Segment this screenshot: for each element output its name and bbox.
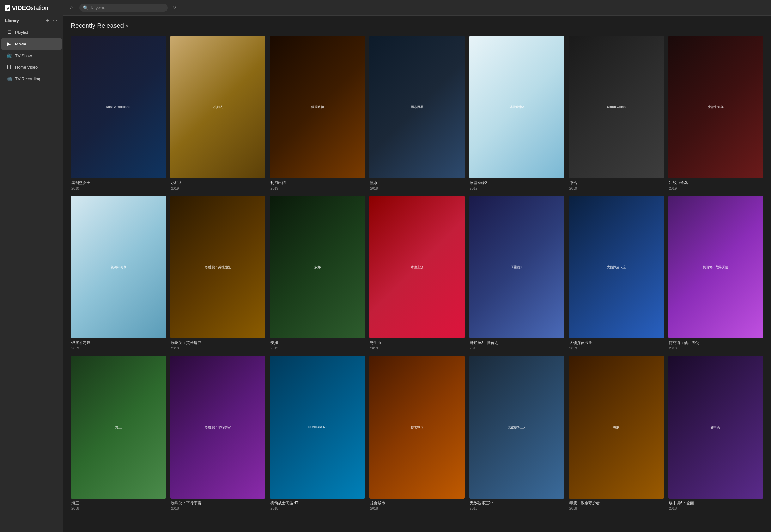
movie-card[interactable]: 大侦探皮卡丘 大侦探皮卡丘 2019 (569, 196, 664, 351)
poster-text: 寄生上流 (411, 265, 423, 269)
movie-card[interactable]: GUNDAM NT 机动战士高达NT 2018 (270, 356, 365, 511)
movie-year: 2019 (669, 346, 763, 350)
sidebar-item-label: TV Recording (15, 76, 40, 81)
movie-card[interactable]: 冰雪奇缘2 冰雪奇缘2 2019 (469, 36, 564, 191)
poster-text: 安娜 (314, 265, 321, 269)
movie-card[interactable]: 鎩迴路轉 利刃出鞘 2019 (270, 36, 365, 191)
tvrecording-icon: 📹 (6, 76, 12, 82)
app-name: VIDEOstation (12, 4, 48, 12)
poster-text: 大侦探皮卡丘 (607, 265, 626, 269)
sidebar-item-movie[interactable]: ▶ Movie (1, 38, 62, 50)
movie-title: 美利坚女士 (71, 180, 165, 186)
movie-poster: 毒液 (569, 356, 664, 499)
library-actions: + ··· (46, 17, 58, 24)
movie-poster: 寄生上流 (369, 196, 464, 339)
poster-text: 碟中谍6 (710, 425, 722, 429)
movie-card[interactable]: 决战中途岛 决战中途岛 2019 (668, 36, 763, 191)
poster-text: 冰雪奇缘2 (509, 105, 524, 109)
sidebar-item-label: TV Show (15, 53, 32, 58)
movie-year: 2019 (370, 186, 464, 190)
movie-title: 冰雪奇缘2 (470, 180, 564, 186)
movie-poster: 掠食城市 (369, 356, 464, 499)
sidebar-item-label: Movie (15, 42, 26, 46)
movie-info: 毒液：致命守护者 2018 (569, 499, 664, 511)
sidebar-item-label: Playlist (15, 30, 28, 35)
poster-text: 银河补习班 (111, 265, 126, 269)
content-area: Recently Released ∨ Miss Americana 美利坚女士… (63, 16, 771, 532)
movie-title: 碟中谍6：全面... (669, 500, 763, 506)
movie-title: 掠食城市 (370, 500, 464, 506)
movie-year: 2019 (171, 186, 265, 190)
movie-card[interactable]: 阿丽塔：战斗天使 阿丽塔：战斗天使 2019 (668, 196, 763, 351)
topbar: ⌂ 🔍 ⊽ (63, 0, 771, 16)
movie-card[interactable]: 银河补习班 银河补习班 2019 (71, 196, 166, 351)
movie-title: 黑水 (370, 180, 464, 186)
movie-title: 阿丽塔：战斗天使 (669, 340, 763, 346)
movie-poster: 银河补习班 (71, 196, 166, 339)
movie-card[interactable]: 毒液 毒液：致命守护者 2018 (569, 356, 664, 511)
movie-card[interactable]: 哥斯拉2 哥斯拉2：怪兽之... 2019 (469, 196, 564, 351)
movie-card[interactable]: Uncut Gems 原钻 2019 (569, 36, 664, 191)
movie-card[interactable]: 寄生上流 寄生虫 2019 (369, 196, 464, 351)
movie-card[interactable]: 蜘蛛侠：平行宇宙 蜘蛛侠：平行宇宙 2018 (170, 356, 265, 511)
movie-poster: 黑水风暴 (369, 36, 464, 178)
movie-year: 2019 (171, 346, 265, 350)
movie-card[interactable]: 掠食城市 掠食城市 2018 (369, 356, 464, 511)
movie-card[interactable]: 安娜 安娜 2019 (270, 196, 365, 351)
movie-info: 冰雪奇缘2 2019 (469, 178, 564, 191)
more-library-button[interactable]: ··· (52, 17, 58, 24)
movie-year: 2018 (171, 506, 265, 510)
movie-year: 2019 (71, 346, 165, 350)
section-title: Recently Released (71, 22, 124, 29)
movie-title: 蜘蛛侠：英雄远征 (171, 340, 265, 346)
movie-info: 机动战士高达NT 2018 (270, 499, 365, 511)
section-dropdown[interactable]: ∨ (126, 24, 129, 28)
poster-text: 哥斯拉2 (511, 265, 522, 269)
movie-poster: 安娜 (270, 196, 365, 339)
sidebar-item-tvshow[interactable]: 📺 TV Show (1, 50, 62, 61)
poster-text: 毒液 (613, 425, 619, 429)
movie-year: 2019 (370, 346, 464, 350)
movie-year: 2018 (71, 506, 165, 510)
movie-poster: 哥斯拉2 (469, 196, 564, 339)
sidebar-item-playlist[interactable]: ☰ Playlist (1, 27, 62, 38)
movie-year: 2018 (669, 506, 763, 510)
library-header: Library + ··· (0, 15, 63, 25)
movie-title: 机动战士高达NT (270, 500, 364, 506)
poster-text: Miss Americana (106, 105, 131, 109)
movie-title: 无敌破坏王2：... (470, 500, 564, 506)
movie-card[interactable]: Miss Americana 美利坚女士 2020 (71, 36, 166, 191)
movie-card[interactable]: 碟中谍6 碟中谍6：全面... 2018 (668, 356, 763, 511)
movie-info: 原钻 2019 (569, 178, 664, 191)
movie-card[interactable]: 海王 海王 2018 (71, 356, 166, 511)
movie-card[interactable]: 无敌破坏王2 无敌破坏王2：... 2018 (469, 356, 564, 511)
search-input[interactable] (91, 5, 154, 10)
poster-text: 蜘蛛侠：平行宇宙 (205, 425, 231, 429)
movie-icon: ▶ (6, 41, 12, 47)
sidebar-item-tvrecording[interactable]: 📹 TV Recording (1, 73, 62, 84)
poster-text: 小妇人 (213, 105, 223, 109)
filter-button[interactable]: ⊽ (172, 3, 178, 12)
movie-info: 哥斯拉2：怪兽之... 2019 (469, 338, 564, 351)
home-button[interactable]: ⌂ (68, 3, 76, 12)
movie-info: 黑水 2019 (369, 178, 464, 191)
poster-text: 蜘蛛侠：英雄远征 (205, 265, 231, 269)
add-library-button[interactable]: + (46, 17, 50, 24)
movie-card[interactable]: 蜘蛛侠：英雄远征 蜘蛛侠：英雄远征 2019 (170, 196, 265, 351)
sidebar-item-homevideo[interactable]: 🎞 Home Video (1, 62, 62, 73)
movie-card[interactable]: 黑水风暴 黑水 2019 (369, 36, 464, 191)
movie-poster: GUNDAM NT (270, 356, 365, 499)
movie-year: 2019 (669, 186, 763, 190)
movie-poster: 海王 (71, 356, 166, 499)
movie-title: 利刃出鞘 (270, 180, 364, 186)
movie-poster: 小妇人 (170, 36, 265, 178)
movie-poster: 无敌破坏王2 (469, 356, 564, 499)
movie-title: 安娜 (270, 340, 364, 346)
movie-title: 毒液：致命守护者 (569, 500, 663, 506)
movie-title: 寄生虫 (370, 340, 464, 346)
movie-card[interactable]: 小妇人 小妇人 2019 (170, 36, 265, 191)
movie-info: 阿丽塔：战斗天使 2019 (668, 338, 763, 351)
movie-poster: 蜘蛛侠：英雄远征 (170, 196, 265, 339)
library-title: Library (5, 18, 19, 23)
movie-info: 海王 2018 (71, 499, 166, 511)
